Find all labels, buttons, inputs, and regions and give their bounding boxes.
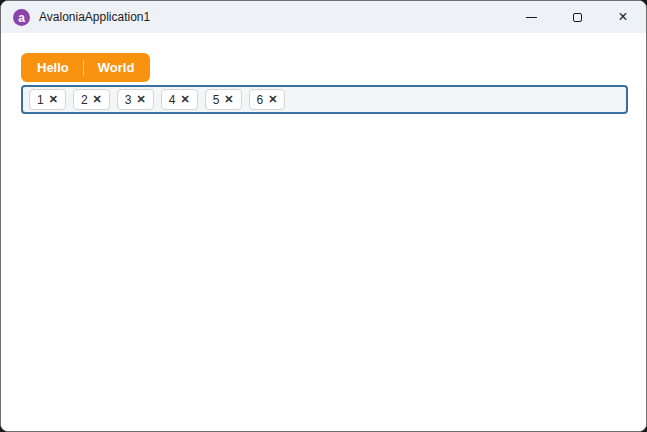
window-content: Hello World 1 ✕ 2 ✕ 3 ✕ 4 ✕ xyxy=(1,33,646,432)
chip-label: 1 xyxy=(37,93,44,107)
chip-2[interactable]: 2 ✕ xyxy=(73,89,110,110)
minimize-icon xyxy=(526,17,537,18)
chip-label: 5 xyxy=(213,93,220,107)
chip-remove-icon[interactable]: ✕ xyxy=(49,94,58,105)
avalonia-logo-icon: a xyxy=(13,9,30,26)
chip-label: 3 xyxy=(125,93,132,107)
maximize-button[interactable] xyxy=(554,1,600,33)
minimize-button[interactable] xyxy=(508,1,554,33)
chip-6[interactable]: 6 ✕ xyxy=(249,89,286,110)
window-title: AvaloniaApplication1 xyxy=(39,10,508,24)
tab-strip: Hello World xyxy=(21,53,150,82)
chip-1[interactable]: 1 ✕ xyxy=(29,89,66,110)
tab-world[interactable]: World xyxy=(84,53,149,82)
svg-text:a: a xyxy=(18,10,25,24)
tab-hello[interactable]: Hello xyxy=(23,53,83,82)
chip-remove-icon[interactable]: ✕ xyxy=(224,94,233,105)
tab-hello-label: Hello xyxy=(37,60,69,75)
chips-input[interactable]: 1 ✕ 2 ✕ 3 ✕ 4 ✕ 5 ✕ 6 ✕ xyxy=(21,85,628,114)
chip-remove-icon[interactable]: ✕ xyxy=(137,94,146,105)
chip-label: 2 xyxy=(81,93,88,107)
chip-remove-icon[interactable]: ✕ xyxy=(180,94,189,105)
chip-4[interactable]: 4 ✕ xyxy=(161,89,198,110)
app-window: a AvaloniaApplication1 × Hello World xyxy=(0,0,647,432)
maximize-icon xyxy=(573,13,582,22)
close-icon: × xyxy=(618,9,627,25)
close-button[interactable]: × xyxy=(600,1,646,33)
chip-label: 6 xyxy=(257,93,264,107)
chip-remove-icon[interactable]: ✕ xyxy=(268,94,277,105)
chip-remove-icon[interactable]: ✕ xyxy=(93,94,102,105)
window-controls: × xyxy=(508,1,646,33)
chip-3[interactable]: 3 ✕ xyxy=(117,89,154,110)
chip-5[interactable]: 5 ✕ xyxy=(205,89,242,110)
chip-label: 4 xyxy=(169,93,176,107)
tab-world-label: World xyxy=(98,60,135,75)
title-bar: a AvaloniaApplication1 × xyxy=(1,1,646,33)
